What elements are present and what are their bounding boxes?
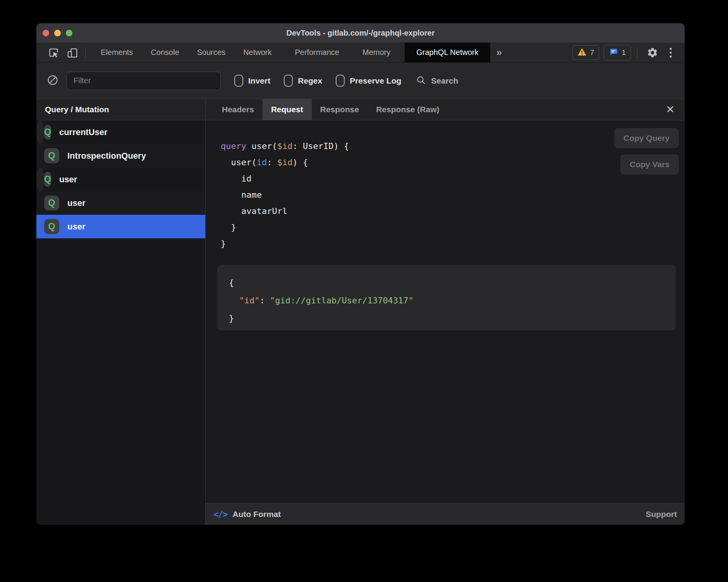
query-list-header: Query / Mutation: [36, 99, 205, 120]
copy-query-button[interactable]: Copy Query: [614, 128, 679, 148]
statusbar: </> Auto Format Support: [206, 503, 685, 525]
query-type-badge: Q: [44, 219, 59, 234]
list-item-user-2[interactable]: Q user: [36, 191, 205, 215]
tab-response[interactable]: Response: [312, 99, 367, 120]
preserve-log-checkbox-group[interactable]: Preserve Log: [336, 75, 401, 87]
device-toolbar-icon[interactable]: [67, 47, 78, 58]
search-label: Search: [431, 76, 458, 86]
code-format-icon: </>: [213, 509, 227, 519]
preserve-log-label: Preserve Log: [350, 76, 401, 86]
list-item-user-1[interactable]: Q user: [36, 168, 44, 191]
query-type-badge: Q: [44, 195, 59, 211]
query-type-badge: Q: [44, 148, 59, 163]
copy-vars-button[interactable]: Copy Vars: [620, 154, 679, 175]
tab-console[interactable]: Console: [142, 43, 188, 62]
toolbar-right-divider: [637, 47, 637, 58]
filter-input[interactable]: [67, 72, 221, 90]
titlebar: DevTools - gitlab.com/-/graphql-explorer: [36, 23, 685, 43]
window-title: DevTools - gitlab.com/-/graphql-explorer: [36, 29, 685, 38]
warning-icon: [577, 48, 587, 58]
minimize-window-button[interactable]: [54, 30, 61, 36]
request-body: query user($id: UserID) { user(id: $id) …: [206, 120, 685, 503]
warnings-badge[interactable]: 7: [572, 45, 599, 60]
invert-checkbox-group[interactable]: Invert: [234, 75, 270, 87]
close-window-button[interactable]: [43, 30, 49, 36]
tab-graphql-network[interactable]: GraphQL Network: [405, 43, 490, 62]
tab-memory[interactable]: Memory: [354, 43, 399, 62]
invert-label: Invert: [248, 76, 270, 86]
message-icon: [609, 47, 618, 58]
toolbar-divider: [85, 47, 86, 58]
filter-bar: Invert Regex Preserve Log Search: [36, 63, 685, 99]
devtools-window: DevTools - gitlab.com/-/graphql-explorer…: [36, 23, 685, 525]
auto-format-button[interactable]: Auto Format: [233, 510, 281, 519]
query-type-badge: Q: [44, 125, 51, 140]
regex-checkbox[interactable]: [284, 75, 293, 87]
search-control[interactable]: Search: [416, 75, 458, 87]
graphql-query-code: query user($id: UserID) { user(id: $id) …: [221, 138, 349, 252]
query-type-badge: Q: [44, 172, 51, 187]
regex-checkbox-group[interactable]: Regex: [284, 75, 322, 87]
list-item-introspectionquery[interactable]: Q IntrospectionQuery: [36, 144, 205, 168]
tab-request[interactable]: Request: [263, 99, 312, 120]
regex-label: Regex: [298, 76, 322, 86]
support-link[interactable]: Support: [646, 510, 677, 519]
devtools-toolbar: Elements Console Sources Network Perform…: [36, 43, 685, 63]
list-item-currentUser[interactable]: Q currentUser: [36, 120, 44, 144]
more-tabs-icon[interactable]: »: [490, 43, 508, 62]
kebab-menu-icon[interactable]: [666, 47, 675, 58]
tab-response-raw[interactable]: Response (Raw): [367, 99, 448, 120]
zoom-window-button[interactable]: [66, 30, 72, 36]
tab-sources[interactable]: Sources: [188, 43, 234, 62]
list-item-user-3-selected[interactable]: Q user: [36, 215, 205, 238]
detail-tabs: Headers Request Response Response (Raw) …: [206, 99, 685, 120]
invert-checkbox[interactable]: [234, 75, 243, 87]
tab-headers[interactable]: Headers: [213, 99, 263, 120]
issue-count: 1: [622, 48, 626, 57]
request-detail-panel: Headers Request Response Response (Raw) …: [206, 99, 685, 525]
tab-elements[interactable]: Elements: [92, 43, 142, 62]
search-icon: [416, 75, 426, 87]
gear-icon[interactable]: [644, 47, 661, 58]
tab-performance[interactable]: Performance: [286, 43, 349, 62]
query-list-panel: Query / Mutation Q currentUser Q Introsp…: [36, 99, 206, 525]
warning-count: 7: [590, 48, 594, 57]
issues-badge[interactable]: 1: [604, 45, 631, 60]
block-icon[interactable]: [46, 74, 59, 88]
preserve-log-checkbox[interactable]: [336, 75, 345, 87]
close-icon[interactable]: ✕: [663, 103, 678, 116]
inspect-icon[interactable]: [48, 47, 60, 58]
query-variables-box: { "id": "gid://gitlab/User/13704317" }: [217, 265, 676, 330]
tab-network[interactable]: Network: [234, 43, 280, 62]
query-variables-code: { "id": "gid://gitlab/User/13704317" }: [229, 274, 664, 327]
